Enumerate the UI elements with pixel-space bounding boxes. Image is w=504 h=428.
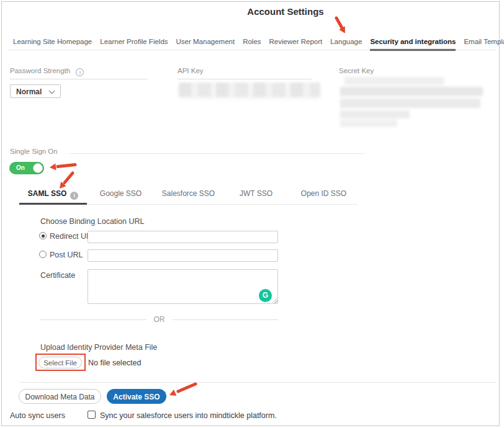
tab-saml-sso[interactable]: SAML SSOi: [19, 188, 87, 204]
upload-meta-file-label: Upload Identity Provider Meta File: [40, 343, 157, 352]
auto-sync-checkbox-label: Sync your salesforce users into mindtick…: [100, 411, 277, 420]
tab-google-sso[interactable]: Google SSO: [87, 188, 155, 204]
annotation-arrow-security-tab-icon: [333, 16, 351, 38]
tab-reviewer-report[interactable]: Reviewer Report: [269, 37, 323, 51]
tab-learner-profile-fields[interactable]: Learner Profile Fields: [100, 37, 168, 51]
saml-sso-label: SAML SSO: [28, 189, 66, 198]
divider: [10, 79, 148, 79]
grammarly-icon[interactable]: G: [259, 289, 272, 302]
toggle-knob: [33, 163, 43, 173]
post-url-radio[interactable]: [39, 251, 47, 258]
tab-roles[interactable]: Roles: [243, 37, 261, 51]
post-url-input[interactable]: [88, 249, 278, 262]
api-key-label: API Key: [178, 67, 204, 74]
resize-handle-icon[interactable]: [272, 298, 277, 303]
redirect-url-radio[interactable]: [39, 232, 47, 239]
secret-key-value-redacted: [339, 76, 492, 130]
download-meta-data-button[interactable]: Download Meta Data: [19, 389, 101, 404]
auto-sync-users-label: Auto sync users: [10, 411, 65, 420]
tab-learning-site-homepage[interactable]: Learning Site Homepage: [13, 37, 92, 51]
tab-bar-divider: [9, 50, 495, 50]
file-status-text: No file selected: [88, 359, 141, 367]
or-label: OR: [154, 315, 165, 324]
main-tab-bar: Learning Site Homepage Learner Profile F…: [13, 37, 504, 51]
account-settings-page: Account Settings Learning Site Homepage …: [0, 0, 504, 428]
sso-toggle[interactable]: On: [9, 162, 44, 174]
info-icon[interactable]: i: [76, 68, 84, 76]
divider: [70, 153, 365, 154]
annotation-arrow-toggle-icon: [47, 161, 79, 173]
password-strength-value: Normal: [16, 87, 42, 96]
binding-location-label: Choose Binding Location URL: [40, 217, 144, 226]
info-icon[interactable]: i: [70, 192, 78, 200]
or-divider: OR: [40, 315, 278, 324]
password-strength-select[interactable]: Normal: [10, 84, 61, 98]
post-url-label: Post URL: [50, 251, 83, 259]
tab-salesforce-sso[interactable]: Salesforce SSO: [155, 188, 222, 204]
redirect-url-input[interactable]: [88, 231, 278, 243]
tab-security-and-integrations[interactable]: Security and integrations: [370, 37, 456, 51]
tab-email-templates[interactable]: Email Templates: [464, 37, 504, 51]
sso-tab-bar: SAML SSOi Google SSO Salesforce SSO JWT …: [19, 188, 358, 205]
certificate-textarea[interactable]: [88, 269, 278, 304]
tab-jwt-sso[interactable]: JWT SSO: [222, 188, 290, 204]
page-title: Account Settings: [67, 6, 504, 17]
divider: [178, 79, 312, 79]
toggle-on-label: On: [16, 164, 25, 171]
divider: [19, 382, 495, 383]
auto-sync-checkbox[interactable]: [88, 411, 96, 419]
api-key-value-redacted: [179, 82, 320, 97]
tab-open-id-sso[interactable]: Open ID SSO: [290, 188, 358, 204]
single-sign-on-label: Single Sign On: [10, 148, 58, 155]
tab-user-management[interactable]: User Management: [176, 37, 235, 51]
activate-sso-button[interactable]: Activate SSO: [107, 389, 166, 404]
select-file-button[interactable]: Select File: [38, 357, 82, 368]
password-strength-label: Password Strength i: [10, 67, 84, 76]
chevron-down-icon: [49, 88, 55, 94]
secret-key-label: Secret Key: [339, 67, 374, 74]
tab-language[interactable]: Language: [330, 37, 362, 51]
certificate-label: Certificate: [40, 271, 75, 280]
